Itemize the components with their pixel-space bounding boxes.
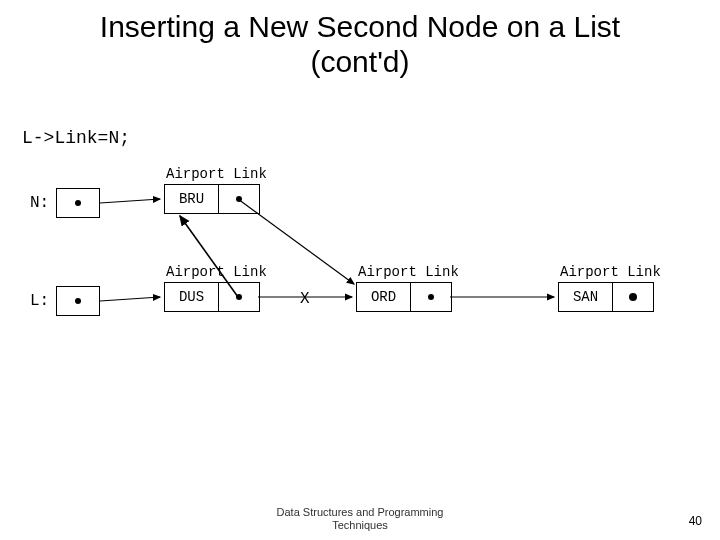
pointer-box-l [56,286,100,316]
label-n: N: [30,194,49,212]
slide-title: Inserting a New Second Node on a List (c… [0,0,720,79]
node-dus: DUS [164,282,260,312]
node-ord-airport: ORD [357,283,411,311]
footer-text: Data Structures and Programming Techniqu… [0,506,720,532]
dot-icon [428,294,434,300]
svg-line-1 [100,297,160,301]
field-labels-ord: Airport Link [358,264,459,280]
node-bru-link [219,185,259,213]
code-statement: L->Link=N; [22,128,130,148]
node-dus-link [219,283,259,311]
dot-icon [236,294,242,300]
dot-icon [75,298,81,304]
node-dus-airport: DUS [165,283,219,311]
node-bru: BRU [164,184,260,214]
page-number: 40 [689,514,702,528]
node-san: SAN [558,282,654,312]
svg-line-0 [100,199,160,203]
node-ord-link [411,283,451,311]
field-labels-san: Airport Link [560,264,661,280]
cross-mark: X [300,290,310,308]
field-labels-bru: Airport Link [166,166,267,182]
dot-icon [75,200,81,206]
dot-icon [236,196,242,202]
pointer-box-n [56,188,100,218]
node-ord: ORD [356,282,452,312]
node-bru-airport: BRU [165,185,219,213]
field-labels-dus: Airport Link [166,264,267,280]
null-dot-icon [629,293,637,301]
node-san-link [613,283,653,311]
node-san-airport: SAN [559,283,613,311]
label-l: L: [30,292,49,310]
